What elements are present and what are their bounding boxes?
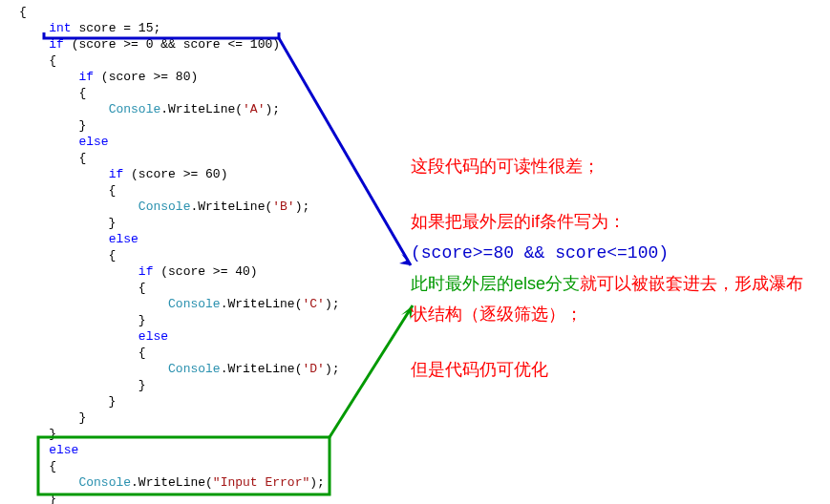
code-line: else [19, 442, 830, 458]
code-line: Console.WriteLine('A'); [19, 101, 830, 117]
code-line: } [19, 491, 830, 504]
code-line: { [19, 85, 830, 101]
code-line: { [19, 4, 830, 20]
annotation-line: 此时最外层的else分支 [411, 274, 580, 293]
annotation-code: (score>=80 && score<=100) [411, 243, 669, 262]
code-line: } [19, 426, 830, 442]
code-line: if (score >= 80) [19, 69, 830, 85]
code-line: } [19, 117, 830, 134]
annotation-line: 但是代码仍可优化 [411, 354, 812, 385]
code-line: { [19, 458, 830, 474]
code-line: Console.WriteLine("Input Error"); [19, 474, 830, 491]
code-line: } [19, 410, 830, 426]
code-line: int score = 15; [19, 20, 830, 36]
code-line: if (score >= 0 && score <= 100) [19, 36, 830, 52]
annotation-text: 这段代码的可读性很差； 如果把最外层的if条件写为： (score>=80 &&… [411, 151, 812, 385]
code-line: } [19, 393, 830, 410]
annotation-line: 如果把最外层的if条件写为： [411, 206, 812, 237]
code-line: { [19, 52, 830, 69]
annotation-line: 这段代码的可读性很差； [411, 151, 812, 181]
code-line: else [19, 134, 830, 150]
